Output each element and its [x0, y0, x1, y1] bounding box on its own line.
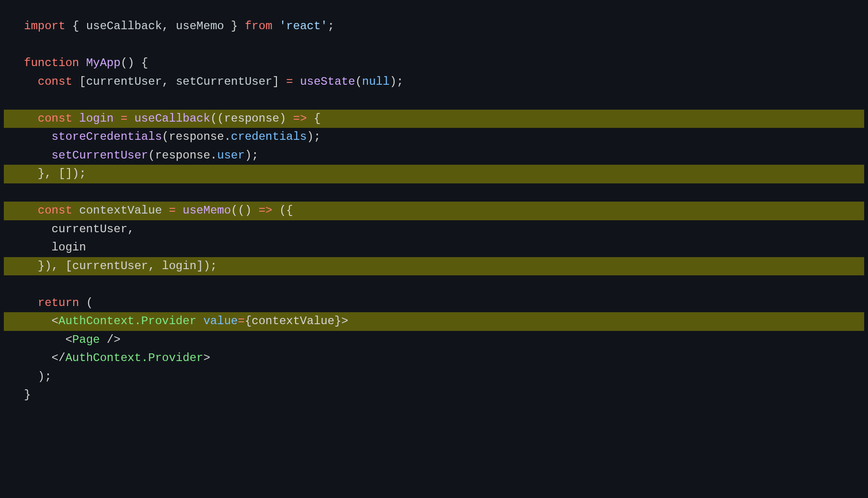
code-line-highlighted: }), [currentUser, login]); [4, 257, 864, 276]
null-literal: null [362, 73, 390, 91]
function-call: storeCredentials [52, 128, 162, 146]
function-call: useState [300, 73, 355, 91]
jsx-tag: Page [72, 331, 100, 349]
function-call: useMemo [183, 202, 231, 220]
code-line-highlighted: <AuthContext.Provider value={contextValu… [4, 312, 864, 331]
code-line: const [currentUser, setCurrentUser] = us… [4, 73, 864, 91]
code-line: </AuthContext.Provider> [4, 349, 864, 368]
code-line-blank [4, 91, 864, 110]
keyword-const: const [38, 73, 72, 91]
code-line: setCurrentUser(response.user); [4, 147, 864, 165]
function-name: MyApp [86, 54, 121, 72]
code-line: storeCredentials(response.credentials); [4, 128, 864, 147]
code-line: ); [4, 368, 864, 386]
keyword-import: import [24, 17, 65, 35]
code-line-blank [4, 275, 864, 294]
keyword-from: from [245, 17, 273, 35]
keyword-const: const [38, 110, 72, 128]
code-line: } [4, 386, 864, 405]
code-block: import { useCallback, useMemo } from 're… [4, 4, 864, 418]
string-literal: 'react' [279, 17, 328, 35]
property: credentials [231, 128, 307, 146]
code-line-blank [4, 183, 864, 202]
code-line: <Page /> [4, 331, 864, 350]
code-line-highlighted: const login = useCallback((response) => … [4, 110, 864, 128]
code-line-highlighted: const contextValue = useMemo(() => ({ [4, 202, 864, 220]
code-line: return ( [4, 294, 864, 313]
function-call: useCallback [134, 110, 210, 128]
function-call: setCurrentUser [52, 147, 148, 165]
keyword-return: return [38, 294, 79, 312]
keyword-const: const [38, 202, 72, 220]
code-line: function MyApp() { [4, 54, 864, 73]
code-line: login [4, 238, 864, 257]
code-line: currentUser, [4, 220, 864, 239]
jsx-tag: AuthContext.Provider [58, 312, 196, 330]
property: user [217, 147, 245, 165]
jsx-tag: AuthContext.Provider [65, 349, 203, 367]
code-line: import { useCallback, useMemo } from 're… [4, 17, 864, 36]
keyword-function: function [24, 54, 79, 72]
code-line-blank [4, 36, 864, 55]
code-line-highlighted: }, []); [4, 165, 864, 183]
jsx-attribute: value [203, 312, 238, 330]
